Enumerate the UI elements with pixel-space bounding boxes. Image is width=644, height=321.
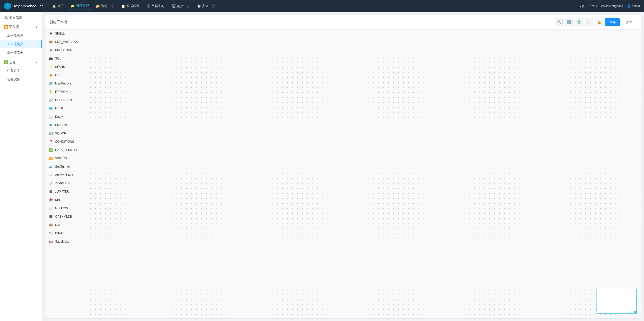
nav-right: 深色 中文 ▾ Asia/Shanghai ▾ 👤 admin (579, 4, 640, 8)
sidebar-item-workflow-relations[interactable]: 工作流关系 (0, 31, 42, 40)
overview-icon: 🏠 (4, 15, 8, 19)
task-label-10: DataX (55, 115, 63, 119)
task-item-switch[interactable]: 🔀 SWITCH (45, 154, 88, 163)
task-item-openmldb[interactable]: 🗄️ OPENMLDB (45, 213, 88, 221)
task-label-3: SQL (55, 57, 61, 60)
task-item-kbs[interactable]: 📚 KBS (45, 196, 88, 204)
workflow-group-icon: 🔀 (4, 25, 8, 29)
download-button[interactable]: ⬇️ (565, 18, 573, 26)
nav-home[interactable]: 🏠 首页 (49, 2, 67, 10)
task-icon-13: ❓ (48, 139, 53, 144)
task-icon-4: ⚡ (48, 65, 53, 69)
monitor-icon: 🖥️ (172, 4, 176, 8)
workflow-header: 创建工作流 🔍 ⬇️ 🗑️ ⛶ 🔒 保存 关闭 (45, 15, 641, 30)
task-icon-24: 🔧 (48, 231, 53, 236)
task-label-9: HTTP (55, 107, 63, 110)
task-label-1: SUB_PROCESS (55, 40, 78, 44)
task-item-mapreduce[interactable]: 🗺️ MapReduce (45, 79, 88, 88)
task-icon-16: 🌊 (48, 164, 53, 169)
task-item-pigeon[interactable]: 🐦 PIGEON (45, 121, 88, 129)
user-menu[interactable]: 👤 admin (627, 4, 640, 8)
task-item-flink[interactable]: 🔥 FLINK (45, 71, 88, 79)
task-item-sagemaker[interactable]: 🤖 SageMaker (45, 238, 88, 246)
task-item-shell[interactable]: 💻 SHELL (45, 30, 88, 38)
task-item-conditions[interactable]: ❓ CONDITIONS (45, 138, 88, 146)
task-icon-0: 💻 (48, 31, 53, 36)
task-item-zeppelin[interactable]: 📝 ZEPPELIN (45, 179, 88, 188)
sidebar-group-workflow[interactable]: 🔀 工作流 ▲ (0, 22, 42, 31)
nav-items: 🏠 首页 📁 项目管理 📂 资源中心 📋 数据质量 🗄️ 数据中心 🖥️ 监控中… (49, 2, 579, 10)
security-icon: 🛡️ (197, 4, 201, 8)
task-icon-25: 🤖 (48, 239, 53, 244)
task-item-dinky[interactable]: 🔧 DINKY (45, 229, 88, 238)
delete-button[interactable]: 🗑️ (575, 18, 583, 26)
task-item-dvc[interactable]: 📦 DVC (45, 221, 88, 229)
sidebar-group-overview[interactable]: 🏠 项目概览 (0, 12, 42, 22)
task-icon-11: 🐦 (48, 123, 53, 127)
sidebar-item-task-instance[interactable]: 任务实例 (0, 75, 42, 84)
task-icon-1: 📦 (48, 40, 53, 44)
sidebar-group-task[interactable]: ✅ 任务 ▲ (0, 57, 42, 67)
task-item-spark[interactable]: ⚡ SPARK (45, 63, 88, 71)
workflow-area: 创建工作流 🔍 ⬇️ 🗑️ ⛶ 🔒 保存 关闭 💻 SHELL 📦 SUB_ (45, 15, 641, 318)
task-item-datax[interactable]: 📊 DataX (45, 113, 88, 121)
task-icon-6: 🗺️ (48, 81, 53, 86)
sidebar-item-task-definition[interactable]: 任务定义 (0, 67, 42, 75)
workflow-title: 创建工作流 (49, 20, 67, 24)
task-icon-18: 📝 (48, 181, 53, 186)
app-logo: 🐬 DolphinScheduler (4, 3, 43, 10)
workflow-canvas[interactable] (88, 30, 641, 318)
task-item-seatunnel[interactable]: 🌊 SeaTunnel (45, 163, 88, 171)
task-label-21: MLFLOW (55, 207, 68, 210)
task-item-python[interactable]: 🐍 PYTHON (45, 88, 88, 96)
expand-button[interactable]: ⛶ (585, 18, 593, 26)
nav-datacenter[interactable]: 🗄️ 数据中心 (143, 2, 168, 10)
zoom-button[interactable]: 🔍 (555, 18, 563, 26)
task-item-http[interactable]: 🌐 HTTP (45, 104, 88, 113)
task-label-17: AmazonEMR (55, 173, 73, 177)
sidebar-item-workflow-instance[interactable]: 工作流实例 (0, 48, 42, 57)
task-label-7: PYTHON (55, 90, 68, 94)
task-icon-5: 🔥 (48, 73, 53, 77)
nav-monitor[interactable]: 🖥️ 监控中心 (169, 2, 193, 10)
dataquality-icon: 📋 (121, 4, 125, 8)
sidebar-section-overview: 🏠 项目概览 (0, 12, 42, 22)
canvas-container: 💻 SHELL 📦 SUB_PROCESS ⚙️ PROCEDURE 🗃️ SQ… (45, 30, 641, 318)
timezone-selector[interactable]: Asia/Shanghai ▾ (601, 4, 623, 8)
task-item-sql[interactable]: 🗃️ SQL (45, 54, 88, 63)
close-button[interactable]: 关闭 (622, 18, 637, 26)
task-label-15: SWITCH (55, 157, 67, 160)
task-item-sub-process[interactable]: 📦 SUB_PROCESS (45, 38, 88, 46)
datacenter-icon: 🗄️ (146, 4, 151, 8)
task-icon-3: 🗃️ (48, 56, 53, 61)
task-item-mlflow[interactable]: 📈 MLFLOW (45, 204, 88, 213)
nav-security[interactable]: 🛡️ 安全中心 (194, 2, 218, 10)
lang-selector[interactable]: 中文 ▾ (589, 4, 597, 8)
task-icon-7: 🐍 (48, 90, 53, 94)
sidebar-section-task: ✅ 任务 ▲ 任务定义 任务实例 (0, 57, 42, 84)
minimap (597, 289, 637, 314)
task-icon-23: 📦 (48, 223, 53, 227)
task-item-jupyter[interactable]: 📓 JUPYTER (45, 188, 88, 196)
save-button[interactable]: 保存 (605, 18, 620, 26)
workflow-collapse-icon: ▲ (35, 25, 38, 29)
task-label-20: KBS (55, 198, 61, 202)
nav-dataquality[interactable]: 📋 数据质量 (118, 2, 142, 10)
sidebar-section-workflow: 🔀 工作流 ▲ 工作流关系 工作流定义 工作流实例 (0, 22, 42, 57)
workflow-items: 工作流关系 工作流定义 工作流实例 (0, 31, 42, 57)
task-item-amazonemr[interactable]: ☁️ AmazonEMR (45, 171, 88, 179)
task-item-dependent[interactable]: 🔗 DEPENDENT (45, 96, 88, 104)
theme-selector[interactable]: 深色 (579, 4, 585, 8)
task-icon-20: 📚 (48, 198, 53, 202)
nav-resource[interactable]: 📂 资源中心 (93, 2, 117, 10)
task-icon-17: ☁️ (48, 173, 53, 177)
task-icon-19: 📓 (48, 189, 53, 194)
lock-button[interactable]: 🔒 (595, 18, 603, 26)
task-item-procedure[interactable]: ⚙️ PROCEDURE (45, 46, 88, 54)
task-label-24: DINKY (55, 231, 64, 235)
task-item-sqoop[interactable]: 🔄 SQOOP (45, 129, 88, 138)
task-item-data-quality[interactable]: ✅ DATA_QUALITY (45, 146, 88, 154)
task-label-23: DVC (55, 223, 61, 227)
nav-project[interactable]: 📁 项目管理 (68, 2, 92, 10)
sidebar-item-workflow-definition[interactable]: 工作流定义 (0, 40, 42, 48)
